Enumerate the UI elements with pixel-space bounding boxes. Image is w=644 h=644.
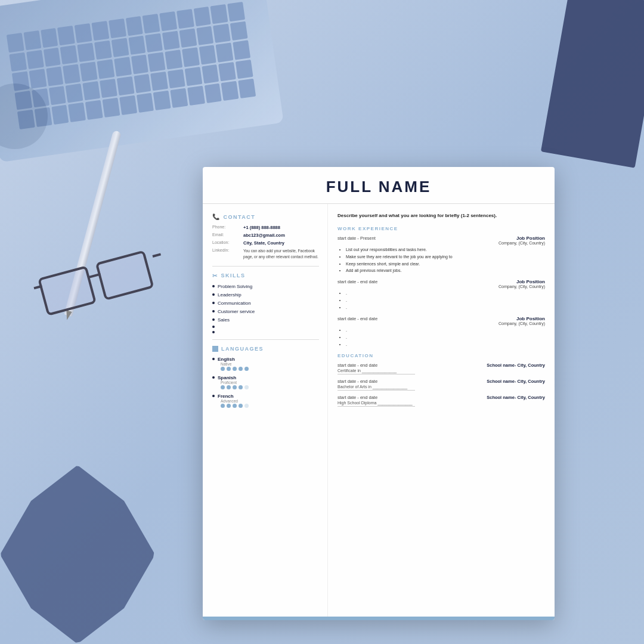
divider-2 <box>212 339 319 340</box>
bottom-accent <box>203 617 555 620</box>
email-value: abc123@gmail.com <box>243 233 285 238</box>
edu-dates: start date - end date <box>338 395 377 400</box>
job-position: Job Position <box>499 316 545 321</box>
job-entry: start date - end dateJob PositionCompany… <box>338 316 545 348</box>
edu-school: School name- City, Country <box>487 363 545 368</box>
languages-section-title: LANGUAGES <box>212 346 319 352</box>
job-bullet-item: Make sure they are relevant to the job y… <box>346 253 545 261</box>
resume-paper: FULL NAME 📞 CONTACT Phone: +1 (888) 888-… <box>203 167 555 620</box>
language-item: FrenchAdvanced <box>212 394 319 408</box>
edu-degree: High School Diploma _______________ <box>338 401 415 407</box>
phone-value: +1 (888) 888-8888 <box>243 225 280 230</box>
job-dates: start date - end date <box>338 279 377 289</box>
job-bullet-item: Keep sentences short, simple and clear. <box>346 261 545 268</box>
contact-linkedin-row: LinkedIn: You can also add your website,… <box>212 248 319 260</box>
summary-text: Describe yourself and what you are looki… <box>338 212 545 220</box>
language-name: French <box>218 394 234 399</box>
phone-label: Phone: <box>212 225 243 230</box>
job-bullet-item: . <box>346 304 545 311</box>
job-entry: start date - PresentJob PositionCompany,… <box>338 236 545 275</box>
job-dates: start date - Present <box>338 236 376 245</box>
full-name: FULL NAME <box>215 178 543 196</box>
skill-bullet <box>212 318 215 321</box>
glasses-frame-right <box>95 250 154 301</box>
language-icon <box>212 346 218 352</box>
language-dots <box>221 385 319 389</box>
job-bullet-item: . <box>346 341 545 348</box>
job-dates: start date - end date <box>338 316 377 326</box>
jobs-list: start date - PresentJob PositionCompany,… <box>338 236 545 348</box>
edu-dates: start date - end date <box>338 363 377 368</box>
resume-body: 📞 CONTACT Phone: +1 (888) 888-8888 Email… <box>203 204 555 617</box>
skill-item: Sales <box>212 317 319 323</box>
phone-icon: 📞 <box>212 213 221 220</box>
resume-header: FULL NAME <box>203 167 555 204</box>
education-entry: start date - end dateSchool name- City, … <box>338 379 545 391</box>
job-company: Company, (City, Country) <box>499 321 545 326</box>
language-item: SpanishProficient <box>212 375 319 389</box>
skill-bullet <box>212 293 215 296</box>
edu-school: School name- City, Country <box>487 395 545 400</box>
job-bullets: ... <box>338 290 545 311</box>
contact-location-row: Location: City, State, Country <box>212 240 319 246</box>
skill-item: Leadership <box>212 292 319 298</box>
email-label: Email: <box>212 233 243 238</box>
job-bullet-item: . <box>346 290 545 297</box>
glasses-frame-left <box>38 265 97 316</box>
job-entry: start date - end dateJob PositionCompany… <box>338 279 545 311</box>
glasses-arm-right <box>152 253 161 257</box>
location-value: City, State, Country <box>243 240 284 246</box>
job-company: Company, (City, Country) <box>499 241 545 245</box>
language-level: Advanced <box>221 399 319 403</box>
language-name: English <box>218 357 235 362</box>
skill-bullet <box>212 302 215 304</box>
skills-section-title: ✂ SKILLS <box>212 273 319 279</box>
job-bullet-item: . <box>346 334 545 341</box>
linkedin-note: You can also add your website, Facebook … <box>243 248 319 260</box>
contact-email-row: Email: abc123@gmail.com <box>212 233 319 238</box>
skill-bullet <box>212 285 215 287</box>
language-dots <box>221 404 319 408</box>
job-position: Job Position <box>499 279 545 284</box>
job-bullet-item: . <box>346 327 545 334</box>
skills-icon: ✂ <box>212 273 218 279</box>
job-bullets: ... <box>338 327 545 348</box>
language-item: EnglishNative <box>212 357 319 371</box>
contact-phone-row: Phone: +1 (888) 888-8888 <box>212 225 319 230</box>
skill-item: Customer service <box>212 309 319 314</box>
education-entry: start date - end dateSchool name- City, … <box>338 395 545 407</box>
job-bullet-item: . <box>346 297 545 304</box>
languages-list: EnglishNativeSpanishProficientFrenchAdva… <box>212 357 319 408</box>
work-experience-title: WORK EXPERIENCE <box>338 226 545 231</box>
skill-bullet <box>212 326 215 328</box>
education-title: EDUCATION <box>338 353 545 358</box>
language-dots <box>221 367 319 371</box>
location-label: Location: <box>212 240 243 246</box>
job-bullet-item: Add all previous relevant jobs. <box>346 267 545 274</box>
skill-item: Problem Solving <box>212 284 319 289</box>
job-position: Job Position <box>499 236 545 241</box>
keyboard-decor <box>0 0 262 136</box>
skills-list: Problem SolvingLeadershipCommunicationCu… <box>212 284 319 333</box>
edu-school: School name- City, Country <box>487 379 545 384</box>
language-level: Native <box>221 362 319 366</box>
skill-item: Communication <box>212 301 319 306</box>
skill-bullet <box>212 310 215 312</box>
divider-1 <box>212 266 319 267</box>
edu-dates: start date - end date <box>338 379 377 384</box>
job-company: Company, (City, Country) <box>499 284 545 289</box>
resume-left-column: 📞 CONTACT Phone: +1 (888) 888-8888 Email… <box>203 204 328 617</box>
edu-degree: Certificate in _______________ <box>338 369 415 374</box>
contact-section-title: 📞 CONTACT <box>212 213 319 220</box>
job-bullet-item: List out your responsibilities and tasks… <box>346 246 545 253</box>
education-list: start date - end dateSchool name- City, … <box>338 363 545 407</box>
job-bullets: List out your responsibilities and tasks… <box>338 246 545 275</box>
language-name: Spanish <box>218 375 236 380</box>
language-level: Proficient <box>221 380 319 385</box>
linkedin-label: LinkedIn: <box>212 248 243 260</box>
education-entry: start date - end dateSchool name- City, … <box>338 363 545 374</box>
resume-right-column: Describe yourself and what you are looki… <box>328 204 555 617</box>
skill-item <box>212 326 319 328</box>
skill-bullet <box>212 331 215 333</box>
skill-item <box>212 331 319 333</box>
